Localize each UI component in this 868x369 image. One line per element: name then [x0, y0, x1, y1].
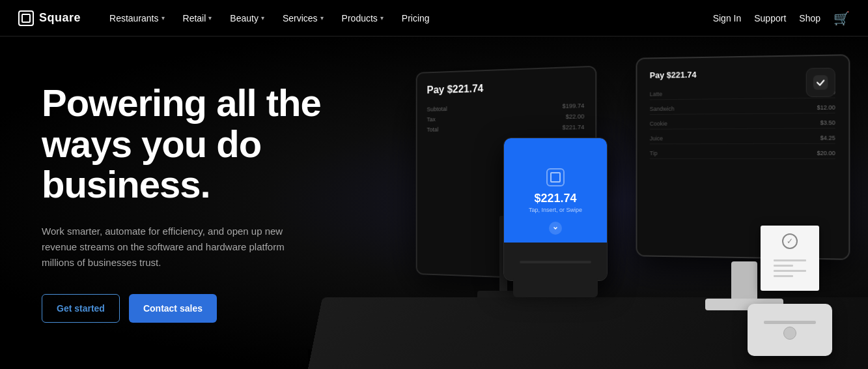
pos-bottom	[504, 243, 607, 281]
item-price: $12.00	[817, 104, 835, 111]
receipt-lines	[767, 253, 813, 284]
nav-label-restaurants: Restaurants	[109, 13, 158, 23]
chevron-down-icon: ▾	[320, 14, 324, 22]
nav-right-links: Sign In Support Shop 🛒	[713, 10, 850, 26]
pos-screen: $221.74 Tap, Insert, or Swipe	[504, 138, 607, 243]
printer-paper-slot	[764, 321, 816, 324]
item-name: Tip	[650, 150, 658, 156]
item-name: Sandwich	[650, 106, 675, 112]
sign-in-link[interactable]: Sign In	[713, 13, 742, 23]
nav-label-products: Products	[342, 13, 378, 23]
receipt-checkmark-icon	[782, 233, 798, 249]
device-receipt-printer	[738, 226, 842, 356]
printer-power-button	[783, 327, 796, 340]
navbar: Square Restaurants ▾ Retail ▾ Beauty ▾ S…	[0, 0, 868, 37]
receipt-line	[774, 270, 806, 272]
monitor-item-row: Tip $20.00	[650, 148, 835, 159]
chevron-down-icon: ▾	[208, 14, 212, 22]
item-price: $20.00	[817, 150, 835, 156]
monitor-item-row: Sandwich $12.00	[650, 102, 835, 115]
monitor-item-row: Juice $4.25	[650, 132, 835, 144]
nav-label-services: Services	[283, 13, 318, 23]
receipt-line	[774, 275, 793, 277]
shop-link[interactable]: Shop	[799, 13, 820, 23]
monitor-item-list: Latte $6.50 Sandwich $12.00 Cookie $3.50	[650, 87, 835, 159]
hero-subtitle: Work smarter, automate for efficiency, a…	[42, 224, 296, 271]
item-price: $3.50	[820, 119, 835, 126]
pos-base	[513, 278, 598, 297]
pos-chevron-icon	[549, 222, 562, 235]
item-name: Juice	[650, 135, 663, 141]
svg-rect-0	[813, 75, 828, 90]
chevron-down-icon: ▾	[261, 14, 264, 22]
brand-logo[interactable]: Square	[18, 10, 81, 26]
monitor-item-row: Cookie $3.50	[650, 117, 835, 130]
nav-item-products[interactable]: Products ▾	[334, 8, 391, 29]
hero-buttons: Get started Contact sales	[42, 294, 326, 323]
receipt-printer-body	[748, 304, 832, 356]
nav-item-pricing[interactable]: Pricing	[394, 8, 438, 29]
nav-item-restaurants[interactable]: Restaurants ▾	[102, 8, 172, 29]
nav-label-retail: Retail	[183, 13, 206, 23]
hero-section: Powering all the ways you do business. W…	[0, 37, 868, 369]
brand-name: Square	[39, 11, 81, 25]
monitor-check-button	[806, 68, 835, 97]
device-pos-terminal: $221.74 Tap, Insert, or Swipe	[490, 102, 621, 297]
kiosk-pay-amount: Pay $221.74	[427, 80, 585, 96]
hero-title: Powering all the ways you do business.	[42, 83, 326, 205]
item-name: Cookie	[650, 121, 667, 127]
pos-card-strip	[520, 261, 592, 263]
pos-square-logo	[546, 168, 565, 186]
nav-label-beauty: Beauty	[230, 13, 259, 23]
support-link[interactable]: Support	[754, 13, 786, 23]
nav-item-services[interactable]: Services ▾	[275, 8, 331, 29]
receipt-line	[774, 265, 793, 267]
chevron-down-icon: ▾	[380, 14, 384, 22]
pos-body: $221.74 Tap, Insert, or Swipe	[503, 138, 608, 281]
nav-links: Restaurants ▾ Retail ▾ Beauty ▾ Services…	[102, 8, 713, 29]
cart-icon[interactable]: 🛒	[833, 10, 850, 26]
get-started-button[interactable]: Get started	[42, 294, 120, 323]
contact-sales-button[interactable]: Contact sales	[129, 294, 217, 323]
hero-devices: Pay $221.74 Subtotal$199.74 Tax$22.00 To…	[360, 37, 868, 369]
pos-tap-instruction: Tap, Insert, or Swipe	[529, 207, 582, 213]
hero-content: Powering all the ways you do business. W…	[0, 83, 326, 323]
nav-item-retail[interactable]: Retail ▾	[175, 8, 220, 29]
nav-item-beauty[interactable]: Beauty ▾	[222, 8, 272, 29]
receipt-line	[774, 259, 806, 261]
nav-label-pricing: Pricing	[402, 13, 430, 23]
square-logo-icon	[18, 10, 34, 26]
chevron-down-icon: ▾	[161, 14, 165, 22]
item-name: Latte	[650, 91, 662, 97]
item-price: $4.25	[820, 134, 835, 141]
receipt-paper	[761, 226, 819, 291]
pos-amount: $221.74	[534, 192, 576, 205]
